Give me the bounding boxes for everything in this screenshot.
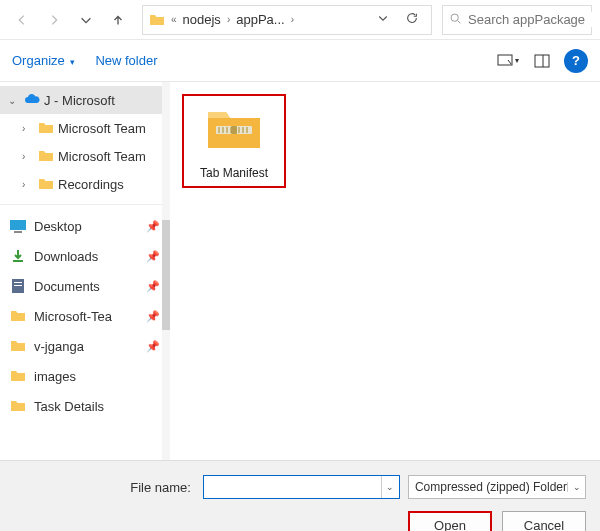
folder-icon (8, 306, 28, 326)
filter-label: Compressed (zipped) Folder (415, 480, 567, 494)
tree-label: Recordings (58, 177, 124, 192)
new-folder-button[interactable]: New folder (95, 53, 157, 68)
chevron-down-icon: ⌄ (8, 95, 20, 106)
tree-item[interactable]: › Microsoft Team (0, 142, 170, 170)
quick-access-item[interactable]: v-jganga 📌 (0, 331, 170, 361)
address-dropdown[interactable] (373, 12, 393, 27)
quick-access-item[interactable]: images (0, 361, 170, 391)
organize-menu[interactable]: Organize ▾ (12, 53, 75, 68)
filename-label: File name: (0, 480, 195, 495)
filename-combo[interactable]: ⌄ (203, 475, 400, 499)
folder-icon (149, 12, 165, 28)
quick-access-label: images (34, 369, 76, 384)
folder-icon (8, 336, 28, 356)
svg-point-0 (451, 14, 458, 21)
search-icon (449, 12, 462, 28)
file-tile-tab-manifest[interactable]: Tab Manifest (182, 94, 286, 188)
filename-input[interactable] (204, 476, 381, 498)
folder-icon (8, 366, 28, 386)
svg-rect-16 (242, 127, 244, 133)
quick-access-documents[interactable]: Documents 📌 (0, 271, 170, 301)
onedrive-icon (24, 92, 40, 108)
breadcrumb-prefix: « (171, 14, 177, 25)
svg-rect-1 (498, 55, 512, 65)
tree-label: Microsoft Team (58, 149, 146, 164)
preview-pane-button[interactable] (530, 49, 554, 73)
tree-item[interactable]: › Microsoft Team (0, 114, 170, 142)
quick-access-label: Desktop (34, 219, 82, 234)
folder-icon (8, 396, 28, 416)
quick-access-list: Desktop 📌 Downloads 📌 Documents 📌 Micros… (0, 211, 170, 421)
chevron-right-icon: › (22, 151, 34, 162)
svg-rect-4 (10, 220, 26, 230)
documents-icon (8, 276, 28, 296)
breadcrumb-item[interactable]: nodejs (183, 12, 221, 27)
chevron-right-icon: › (291, 14, 294, 25)
quick-access-item[interactable]: Microsoft-Tea 📌 (0, 301, 170, 331)
quick-access-label: Documents (34, 279, 100, 294)
nav-sidebar: ⌄ J - Microsoft › Microsoft Team › Micro… (0, 82, 170, 460)
file-list-area[interactable]: Tab Manifest (170, 82, 600, 460)
pin-icon: 📌 (146, 340, 160, 353)
chevron-right-icon: › (22, 123, 34, 134)
svg-rect-5 (14, 231, 22, 233)
help-button[interactable]: ? (564, 49, 588, 73)
folder-tree: ⌄ J - Microsoft › Microsoft Team › Micro… (0, 82, 170, 425)
nav-toolbar: « nodejs › appPa... › (0, 0, 600, 40)
folder-icon (38, 148, 54, 164)
quick-access-label: Microsoft-Tea (34, 309, 112, 324)
forward-button[interactable] (40, 6, 68, 34)
svg-rect-18 (231, 126, 237, 134)
breadcrumb-item[interactable]: appPa... (236, 12, 284, 27)
pin-icon: 📌 (146, 250, 160, 263)
svg-rect-10 (218, 127, 220, 133)
cancel-button[interactable]: Cancel (502, 511, 586, 531)
search-box[interactable] (442, 5, 592, 35)
svg-rect-11 (222, 127, 224, 133)
recent-dropdown[interactable] (72, 6, 100, 34)
svg-rect-2 (535, 55, 549, 67)
pin-icon: 📌 (146, 280, 160, 293)
pin-icon: 📌 (146, 220, 160, 233)
svg-rect-7 (14, 282, 22, 283)
tree-label: Microsoft Team (58, 121, 146, 136)
open-button[interactable]: Open (408, 511, 492, 531)
quick-access-item[interactable]: Task Details (0, 391, 170, 421)
zip-folder-icon (206, 104, 262, 152)
address-bar[interactable]: « nodejs › appPa... › (142, 5, 432, 35)
filter-combo[interactable]: Compressed (zipped) Folder ⌄ (408, 475, 586, 499)
chevron-right-icon: › (22, 179, 34, 190)
tree-root-onedrive[interactable]: ⌄ J - Microsoft (0, 86, 170, 114)
back-button[interactable] (8, 6, 36, 34)
chevron-right-icon: › (227, 14, 230, 25)
svg-rect-8 (14, 285, 22, 286)
quick-access-label: Downloads (34, 249, 98, 264)
main-area: ⌄ J - Microsoft › Microsoft Team › Micro… (0, 82, 600, 460)
tree-label: J - Microsoft (44, 93, 115, 108)
command-bar: Organize ▾ New folder ▾ ? (0, 40, 600, 82)
quick-access-label: Task Details (34, 399, 104, 414)
desktop-icon (8, 216, 28, 236)
view-options-button[interactable]: ▾ (496, 49, 520, 73)
file-name: Tab Manifest (200, 166, 268, 180)
refresh-button[interactable] (399, 11, 425, 28)
filename-history-dropdown[interactable]: ⌄ (381, 476, 399, 498)
downloads-icon (8, 246, 28, 266)
svg-rect-15 (238, 127, 240, 133)
quick-access-desktop[interactable]: Desktop 📌 (0, 211, 170, 241)
tree-item[interactable]: › Recordings (0, 170, 170, 198)
svg-rect-12 (226, 127, 228, 133)
filter-dropdown[interactable]: ⌄ (567, 482, 585, 492)
divider (0, 204, 170, 205)
pin-icon: 📌 (146, 310, 160, 323)
folder-icon (38, 120, 54, 136)
quick-access-label: v-jganga (34, 339, 84, 354)
up-button[interactable] (104, 6, 132, 34)
sidebar-scrollbar-thumb[interactable] (162, 220, 170, 330)
svg-rect-17 (246, 127, 248, 133)
quick-access-downloads[interactable]: Downloads 📌 (0, 241, 170, 271)
search-input[interactable] (468, 12, 600, 27)
dialog-footer: File name: ⌄ Compressed (zipped) Folder … (0, 460, 600, 531)
folder-icon (38, 176, 54, 192)
